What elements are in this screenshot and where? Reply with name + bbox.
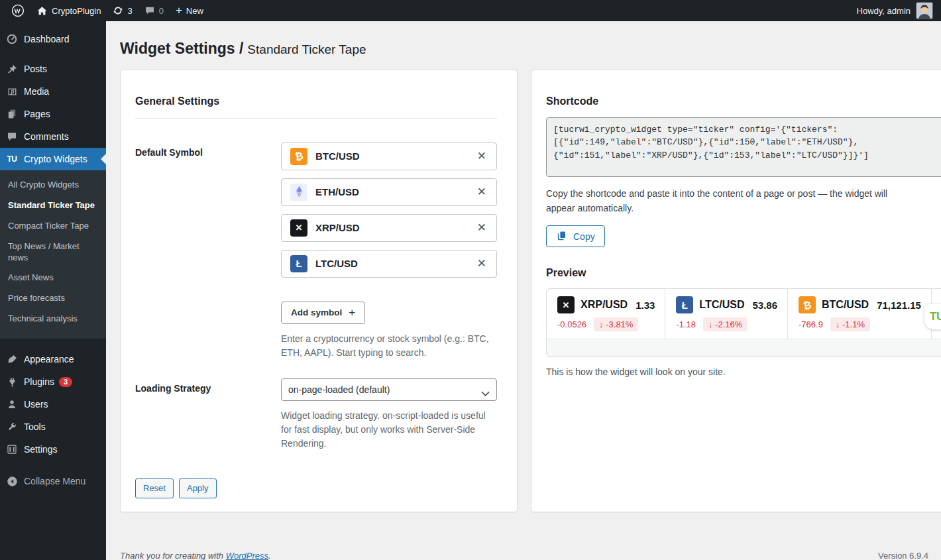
page-title: Widget Settings /Standard Ticker Tape [106,21,941,59]
howdy-text: Howdy, admin [857,6,911,16]
submenu-standard-ticker-tape[interactable]: Standard Ticker Tape [0,196,106,216]
settings-sliders-icon [5,444,19,455]
ltc-icon: Ł [290,255,307,272]
shortcode-heading: Shortcode [546,95,941,107]
reset-button[interactable]: Reset [135,478,174,498]
eth-icon [290,184,307,201]
comments-link[interactable]: 0 [138,0,170,21]
footer-version: Version 6.9.4 [878,551,928,560]
shortcode-textarea[interactable]: [tucrwi_crypto_widget type="ticker" conf… [546,117,941,177]
submenu-compact-ticker-tape[interactable]: Compact Ticker Tape [0,216,106,237]
users-icon [5,399,19,410]
sidebar-item-pages[interactable]: Pages [0,103,106,125]
collapse-arrow-icon [5,476,19,487]
account-menu[interactable]: Howdy, admin [857,2,936,19]
change-value: -0.0526 [557,319,586,329]
page-title-sub: Standard Ticker Tape [247,42,366,56]
admin-footer: Thank you for creating with WordPress. V… [120,551,928,560]
updates-link[interactable]: 3 [107,0,138,21]
pages-icon [5,109,19,119]
tu-logo-badge[interactable]: TU [924,304,941,329]
submenu-technical-analysis[interactable]: Technical analysis [0,309,106,329]
preview-help-text: This is how the widget will look on your… [546,366,941,377]
ltc-icon: Ł [676,296,693,313]
shortcode-help-text: Copy the shortcode and paste it into the… [546,187,918,215]
loading-strategy-label: Loading Strategy [135,378,281,451]
btc-icon: ₿ [290,148,307,165]
xrp-icon: ✕ [557,296,575,313]
pushpin-icon [5,64,19,75]
submenu-price-forecasts[interactable]: Price forecasts [0,288,106,309]
change-percent-badge: ↓ -1.1% [830,317,870,331]
section-divider [135,118,497,119]
submenu-all-crypto-widgets[interactable]: All Crypto Widgets [0,175,106,196]
plugins-update-badge: 3 [59,377,72,387]
new-content-link[interactable]: + New [170,0,209,21]
footer-thanks: Thank you for creating with WordPress. [120,551,271,560]
shortcode-card: Shortcode [tucrwi_crypto_widget type="ti… [531,70,941,512]
comments-icon [5,131,19,142]
change-value: -1.18 [676,319,696,329]
ticker-cell-ltc: Ł LTC/USD 53.86 -1.18 ↓ -2.16% [665,289,788,339]
admin-sidebar: Dashboard Posts Media Pages Comments [0,21,106,560]
sidebar-item-users[interactable]: Users [0,393,106,416]
ticker-cell-xrp: ✕ XRP/USD 1.33 -0.0526 ↓ -3.81% [547,289,665,339]
loading-strategy-select[interactable]: on-page-loaded (default) [281,378,497,401]
comment-bubble-icon [144,5,155,16]
sidebar-item-dashboard[interactable]: Dashboard [0,28,106,50]
remove-symbol-eth-button[interactable]: ✕ [476,185,488,199]
add-symbol-button[interactable]: Add symbol + [281,302,365,324]
sidebar-item-comments[interactable]: Comments [0,125,106,148]
symbol-help-text: Enter a cryptocurrency or stock symbol (… [281,332,497,360]
tu-logo-icon: TU [5,154,19,164]
page-title-main: Widget Settings / [120,40,243,57]
wordpress-link[interactable]: WordPress [226,551,268,560]
symbol-chip-eth: ETH/USD ✕ [281,178,497,206]
collapse-menu-button[interactable]: Collapse Menu [0,470,106,492]
change-percent-badge: ↓ -2.16% [703,317,747,331]
submenu-top-news-market-news[interactable]: Top News / Market news [0,237,106,268]
apply-button[interactable]: Apply [179,478,217,498]
btc-icon: ₿ [799,296,816,313]
symbol-chip-btc: ₿ BTC/USD ✕ [281,142,497,170]
main-content: Widget Settings /Standard Ticker Tape Ge… [106,21,941,560]
xrp-icon: ✕ [290,219,307,237]
plugin-icon [5,376,19,388]
site-name: CryptoPlugin [52,6,101,16]
change-percent-badge: ↓ -3.81% [594,317,638,331]
default-symbol-label: Default Symbol [135,142,281,360]
crypto-widgets-submenu: All Crypto Widgets Standard Ticker Tape … [0,170,106,339]
appearance-icon [5,354,19,365]
dashboard-icon [5,33,19,45]
admin-bar: CryptoPlugin 3 0 + New Howdy, admin [0,0,941,21]
sidebar-item-appearance[interactable]: Appearance [0,348,106,370]
new-label: New [186,6,203,16]
home-icon [36,5,48,17]
loading-strategy-help-text: Widget loading strategy. on-script-loade… [281,409,497,451]
sidebar-item-media[interactable]: Media [0,80,106,103]
widget-preview: ✕ XRP/USD 1.33 -0.0526 ↓ -3.81% Ł [546,288,941,357]
general-settings-card: General Settings Default Symbol ₿ BTC/US… [120,70,518,512]
remove-symbol-ltc-button[interactable]: ✕ [476,256,488,270]
sidebar-item-posts[interactable]: Posts [0,58,106,80]
remove-symbol-xrp-button[interactable]: ✕ [476,221,488,235]
media-icon [5,86,19,97]
sidebar-item-plugins[interactable]: Plugins 3 [0,370,106,393]
general-settings-heading: General Settings [135,95,497,107]
submenu-asset-news[interactable]: Asset News [0,268,106,288]
symbol-chip-ltc: Ł LTC/USD ✕ [281,250,497,278]
copy-shortcode-button[interactable]: Copy [546,225,605,247]
sidebar-item-settings[interactable]: Settings [0,438,106,461]
remove-symbol-btc-button[interactable]: ✕ [476,149,488,163]
sidebar-item-crypto-widgets[interactable]: TU Crypto Widgets [0,148,106,170]
updates-count: 3 [127,6,132,16]
updates-icon [113,5,123,16]
user-avatar [916,2,933,19]
wordpress-logo-menu[interactable] [5,0,30,21]
plus-icon: + [176,5,182,16]
plus-icon: + [349,306,355,319]
sidebar-item-tools[interactable]: Tools [0,416,106,438]
wrench-icon [5,421,19,432]
preview-heading: Preview [546,267,941,279]
site-name-link[interactable]: CryptoPlugin [30,0,107,21]
